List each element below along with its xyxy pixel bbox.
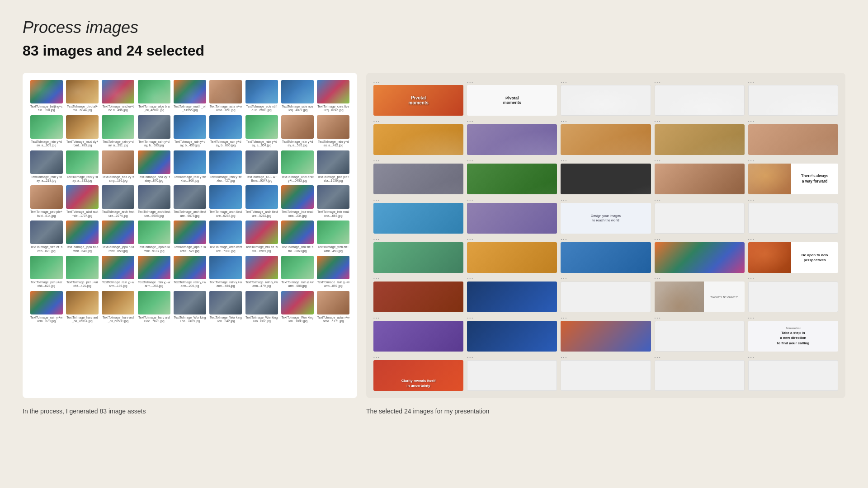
- grid-item[interactable]: TextToImage_per u+archit...420.jpg: [66, 256, 99, 288]
- grid-item[interactable]: TextToImage_japa n+archit...9187.jpg: [137, 221, 170, 253]
- grid-item[interactable]: TextToImage_rain y,+warm...193.jpg: [102, 256, 135, 288]
- slide-item[interactable]: • • •: [373, 277, 463, 312]
- slide-item[interactable]: • • •Clarity reveals itselfin uncertaint…: [373, 355, 463, 391]
- grid-item[interactable]: TextToImage_rain y+day, a...333.jpg: [66, 150, 99, 183]
- grid-item[interactable]: TextToImage_rain y,+warm...897.jpg: [317, 256, 350, 288]
- grid-item[interactable]: TextToImage_arch itecture...6678.jpg: [173, 185, 206, 218]
- slide-item[interactable]: • • •: [373, 198, 463, 234]
- slide-item[interactable]: • • •: [748, 198, 838, 234]
- grid-item[interactable]: TextToImage_bru sh+stro...1569.jpg: [245, 221, 278, 253]
- slide-item[interactable]: • • •: [748, 277, 838, 312]
- grid-item[interactable]: TextToImage_arch itecture...2074.jpg: [102, 185, 135, 218]
- grid-item[interactable]: TextToImage_japa n+archit...522.jpg: [173, 221, 206, 253]
- slide-item[interactable]: • • •: [467, 277, 557, 312]
- slide-item[interactable]: • • •: [655, 159, 745, 194]
- slide-item[interactable]: • • •: [748, 80, 838, 116]
- grid-item[interactable]: TextToImage_rain y+day, b...860.jpg: [209, 115, 242, 148]
- grid-item[interactable]: TextToImage_hea vy+rainy...870.jpg: [137, 150, 170, 183]
- grid-item[interactable]: TextToImage_rain y,+warm...088.jpg: [281, 256, 314, 288]
- grid-item[interactable]: TextToImage_rain y+day, a...009.jpg: [30, 115, 63, 148]
- grid-item[interactable]: TextToImage_inte rnationa...665.jpg: [317, 185, 350, 218]
- grid-item[interactable]: TextToImage_rain y+day, a...585.jpg: [281, 115, 314, 148]
- grid-item[interactable]: TextToImage_hea vy+rainy...192.jpg: [102, 150, 135, 183]
- slide-item[interactable]: • • •: [561, 355, 651, 391]
- slide-item[interactable]: • • •: [655, 80, 745, 116]
- slide-item[interactable]: • • •: [373, 159, 463, 194]
- grid-item[interactable]: TextToImage_rain y+day, a...391.jpg: [102, 115, 135, 148]
- grid-item[interactable]: TextToImage_rain y+textur...427.jpg: [209, 150, 242, 183]
- grid-item[interactable]: TextToImage_mat h_oil_61555.jpg: [173, 80, 206, 113]
- slide-item[interactable]: • • •: [748, 355, 838, 391]
- grid-item[interactable]: TextToImage_japa n+archit...059.jpg: [102, 221, 135, 253]
- grid-item[interactable]: TextToImage_harv ard+var...7673.jpg: [137, 291, 170, 324]
- grid-item[interactable]: TextToImage_inte rnationa...234.jpg: [281, 185, 314, 218]
- grid-item[interactable]: TextToImage_peo ple+sta...1559.jpg: [317, 150, 350, 183]
- grid-item[interactable]: TextToImage_univ ersity+i...0493.jpg: [281, 150, 314, 183]
- grid-item[interactable]: TextToImage_bru sh+stro...8063.jpg: [281, 221, 314, 253]
- slide-item[interactable]: • • •: [467, 237, 557, 273]
- grid-item[interactable]: TextToImage_alge bra_oil_42878.jpg: [137, 80, 170, 113]
- slide-item[interactable]: • • •: [373, 237, 463, 273]
- grid-item[interactable]: TextToImage_arch itecture...6908.jpg: [137, 185, 170, 218]
- slide-item[interactable]: • • •: [655, 316, 745, 352]
- slide-item[interactable]: • • •: [561, 119, 651, 155]
- grid-item[interactable]: TextToImage_rain y,+warm...379.jpg: [30, 291, 63, 324]
- slide-item[interactable]: • • •: [467, 198, 557, 234]
- grid-item[interactable]: TextToImage_japa n+archit...340.jpg: [66, 221, 99, 253]
- grid-item[interactable]: TextToImage_rain y,+warm...479.jpg: [245, 256, 278, 288]
- grid-item[interactable]: TextToImage_abst ract+de...1737.jpg: [66, 185, 99, 218]
- slide-item[interactable]: • • •: [655, 198, 745, 234]
- grid-item[interactable]: TextToImage_beijing+chin...990.jpg: [30, 80, 63, 113]
- grid-item[interactable]: TextToImage_arch itecture...7308.jpg: [209, 221, 242, 253]
- slide-item[interactable]: • • •: [467, 119, 557, 155]
- grid-item[interactable]: TextToImage_stre et+scen...823.jpg: [30, 221, 63, 253]
- grid-item[interactable]: TextToImage_pivotal+mo...6844.jpg: [66, 80, 99, 113]
- grid-item[interactable]: TextToImage_mud dy+road...783.jpg: [66, 115, 99, 148]
- slide-item[interactable]: • • •: [561, 237, 651, 273]
- grid-item[interactable]: TextToImage_rain y+day, a...218.jpg: [30, 150, 63, 183]
- slide-item[interactable]: • • •Design your imagesto reach the worl…: [561, 198, 651, 234]
- grid-item[interactable]: TextToImage_asia n+woma...850.jpg: [209, 80, 242, 113]
- slide-item[interactable]: • • •: [467, 316, 557, 352]
- grid-item[interactable]: TextToImage_rain y+day, a...954.jpg: [245, 115, 278, 148]
- grid-item[interactable]: TextToImage_rain y+day, b...450.jpg: [173, 115, 206, 148]
- grid-item[interactable]: TextToImage_rain y,+warm...484.jpg: [209, 256, 242, 288]
- slide-item[interactable]: • • •: [655, 237, 745, 273]
- slide-item[interactable]: • • •: [655, 355, 745, 391]
- grid-item[interactable]: TextToImage_crea tive+eq...0245.jpg: [317, 80, 350, 113]
- grid-item[interactable]: TextToImage_rain y+day, a...482.jpg: [317, 115, 350, 148]
- grid-item[interactable]: TextToImage_Wor king+on...842.jpg: [209, 291, 242, 324]
- slide-item[interactable]: • • •: [373, 119, 463, 155]
- grid-item[interactable]: TextToImage_per u+archit...623.jpg: [30, 256, 63, 288]
- slide-item[interactable]: • • •: [748, 119, 838, 155]
- grid-item[interactable]: TextToImage_scie ntific+e...6503.jpg: [245, 80, 278, 113]
- slide-item[interactable]: • • •: [561, 159, 651, 194]
- grid-item[interactable]: TextToImage_scie nce+eq...4877.jpg: [281, 80, 314, 113]
- slide-item[interactable]: • • •: [561, 80, 651, 116]
- slide-item[interactable]: • • • "Would I be brave?": [655, 277, 745, 312]
- grid-item[interactable]: TextToImage_rain y+day, b...583.jpg: [137, 115, 170, 148]
- slide-item[interactable]: • • • Screenshot Take a step ina new dir…: [748, 316, 838, 352]
- grid-item[interactable]: TextToImage_fren ch+whit...458.jpg: [317, 221, 350, 253]
- grid-item[interactable]: TextToImage_Wor king+on...1880.jpg: [281, 291, 314, 324]
- grid-item[interactable]: TextToImage_Wor king+on...002.jpg: [245, 291, 278, 324]
- slide-item[interactable]: • • •: [467, 355, 557, 391]
- grid-item[interactable]: TextToImage_peo ple+taiki...814.jpg: [30, 185, 63, 218]
- slide-item[interactable]: • • • Be open to newperspectives: [748, 237, 838, 273]
- grid-item[interactable]: TextToImage_arch itecture...6284.jpg: [209, 185, 242, 218]
- grid-item[interactable]: TextToImage_Wor king+on...7409.jpg: [173, 291, 206, 324]
- slide-item[interactable]: • • •Pivotalmoments: [373, 80, 463, 116]
- grid-item[interactable]: TextToImage_und er+the d...496.jpg: [102, 80, 135, 113]
- grid-item[interactable]: TextToImage_asia n+woma...5171.jpg: [317, 291, 350, 324]
- grid-item[interactable]: TextToImage_UCL A+Broa...9347.jpg: [245, 150, 278, 183]
- grid-item[interactable]: TextToImage_harv ard_oil_76314.jpg: [66, 291, 99, 324]
- grid-item[interactable]: TextToImage_harv ard_oil_60590.jpg: [102, 291, 135, 324]
- grid-item[interactable]: TextToImage_arch itecture...5252.jpg: [245, 185, 278, 218]
- slide-item[interactable]: • • •: [561, 277, 651, 312]
- grid-item[interactable]: TextToImage_rain y,+warm...082.jpg: [137, 256, 170, 288]
- grid-item[interactable]: TextToImage_rain y+textur...866.jpg: [173, 150, 206, 183]
- slide-item[interactable]: • • • There's alwaysa way forward: [748, 159, 838, 194]
- slide-item[interactable]: • • •: [373, 316, 463, 352]
- slide-item[interactable]: • • •: [561, 316, 651, 352]
- slide-item[interactable]: • • •: [655, 119, 745, 155]
